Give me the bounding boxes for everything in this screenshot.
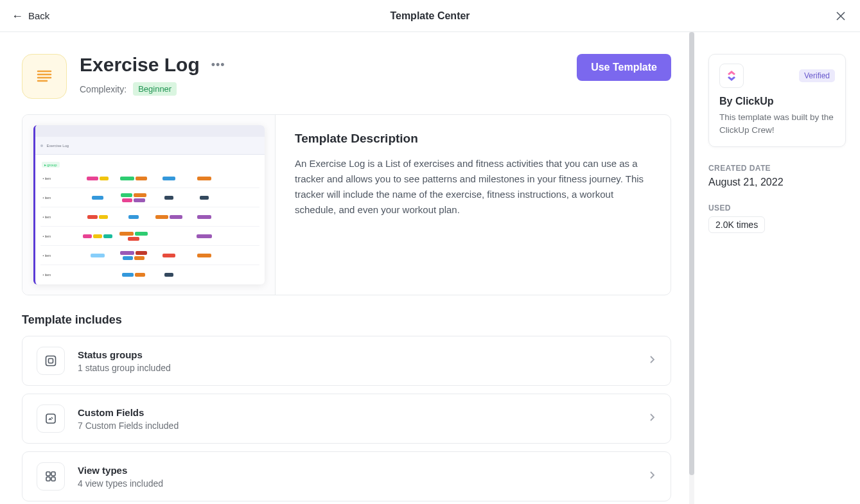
back-label: Back [28,10,49,21]
status-groups-icon [37,347,65,375]
used-label: USED [708,204,846,213]
scrollbar-thumb[interactable] [689,32,694,475]
page-title: Template Center [390,10,469,22]
svg-rect-6 [46,356,56,366]
chevron-right-icon [647,355,656,367]
preview-thumbnail: Exercise Log ▸ group • item • item [33,125,265,284]
svg-rect-10 [51,472,55,476]
include-title: Status groups [78,349,647,360]
more-options-button[interactable]: ••• [211,58,225,72]
template-title: Exercise Log [80,54,200,76]
author-card: Verified By ClickUp This template was bu… [708,54,846,147]
view-types-icon [37,462,65,491]
clickup-logo [719,64,744,88]
template-header: Exercise Log ••• Complexity: Beginner Us… [22,54,671,99]
template-icon [22,54,67,99]
main-scrollbar[interactable] [689,32,694,504]
include-custom-fields[interactable]: Custom Fields 7 Custom Fields included [22,394,671,444]
created-date-label: CREATED DATE [708,164,846,173]
chevron-right-icon [647,471,656,482]
complexity-label: Complexity: [80,84,127,94]
include-title: Custom Fields [78,407,647,418]
description-card: Exercise Log ▸ group • item • item [22,114,671,295]
verified-badge: Verified [799,69,835,82]
description-body: An Exercise Log is a List of exercises a… [295,156,651,218]
svg-rect-9 [46,472,50,476]
close-button[interactable] [833,8,848,24]
chevron-right-icon [647,413,656,424]
custom-fields-icon [37,404,65,433]
description-heading: Template Description [295,132,651,146]
clickup-logo-icon [725,69,738,82]
back-button[interactable]: ← Back [12,10,49,22]
list-lines-icon [33,65,56,88]
topbar: ← Back Template Center [0,0,860,32]
include-title: View types [78,465,647,476]
main-content: Exercise Log ••• Complexity: Beginner Us… [0,32,689,504]
author-name: By ClickUp [719,96,835,107]
template-preview: Exercise Log ▸ group • item • item [22,115,276,295]
author-description: This template was built by the ClickUp C… [719,111,835,136]
svg-rect-11 [46,477,50,481]
include-subtitle: 7 Custom Fields included [78,421,647,431]
close-icon [836,11,846,21]
side-panel: Verified By ClickUp This template was bu… [694,32,860,504]
created-date-value: August 21, 2022 [708,177,846,188]
arrow-left-icon: ← [12,10,23,22]
include-status-groups[interactable]: Status groups 1 status group included [22,336,671,386]
svg-rect-12 [51,477,55,481]
use-template-button[interactable]: Use Template [577,54,671,81]
complexity-badge: Beginner [133,82,177,96]
includes-heading: Template includes [22,313,671,327]
svg-rect-7 [49,359,53,363]
include-subtitle: 4 view types included [78,478,647,489]
include-subtitle: 1 status group included [78,363,647,373]
used-count: 2.0K times [708,216,765,233]
include-view-types[interactable]: View types 4 view types included [22,451,671,501]
